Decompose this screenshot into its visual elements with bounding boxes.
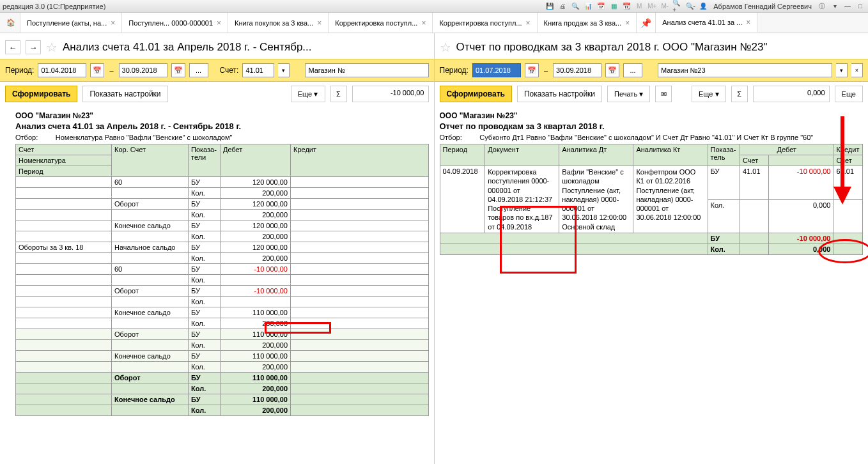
calendar-icon[interactable]: 📅 [525,63,539,77]
m-icon[interactable]: M [634,1,644,12]
table-row[interactable]: Кол.200,000 [16,340,429,351]
tab-3[interactable]: Корректировка поступл...× [329,13,433,33]
col-cor: Кор. Счет [112,144,189,177]
home-tab[interactable]: 🏠 [1,13,20,33]
close-icon[interactable]: × [526,19,531,27]
print-icon[interactable]: 🖨 [557,1,568,12]
col-account-kt: Счет [833,155,863,166]
close-icon[interactable]: × [317,19,322,27]
col-credit: Кредит [291,144,429,177]
form-button[interactable]: Сформировать [5,86,77,102]
pane-header: ☆ Отчет по проводкам за 3 квартал 2018 г… [435,33,869,59]
more-button[interactable]: Еще ▾ [692,86,726,102]
col-credit: Кредит [833,144,863,155]
table-row[interactable]: Конечное сальдоБУ110 000,00 [16,351,429,362]
total-row: Кол.200,000 [16,383,429,394]
tab-pin[interactable]: 📌 [637,13,656,33]
report-title: Анализ счета 41.01 за Апрель 2018 г. - С… [15,121,429,131]
table-row[interactable]: Кол. [16,297,429,307]
print-button[interactable]: Печать ▾ [607,86,650,102]
date-to-input[interactable] [119,63,167,77]
table-row[interactable]: 60БУ-10 000,00 [16,264,429,275]
tab-0[interactable]: Поступление (акты, на...× [20,13,122,33]
report-org: ООО "Магазин №23" [440,111,864,120]
org-input[interactable] [305,63,428,77]
report-org: ООО "Магазин №23" [15,111,429,120]
grid-icon[interactable]: ▦ [608,1,619,12]
total-row: Конечное сальдоБУ110 000,00 [16,394,429,405]
maximize-icon[interactable]: □ [855,1,865,12]
calendar-icon[interactable]: 📅 [90,63,104,77]
star-icon[interactable]: ☆ [440,40,451,55]
pane-title: Анализ счета 41.01 за Апрель 2018 г. - С… [63,41,312,54]
table-row[interactable]: Кол.200,000 [16,318,429,329]
period-picker-button[interactable]: ... [623,63,642,77]
close-icon[interactable]: × [111,19,115,27]
col-period: Период [440,144,485,166]
sigma-button[interactable]: Σ [731,86,748,102]
clear-icon[interactable]: × [851,63,863,77]
pin-icon: 📌 [640,18,651,28]
period-picker-button[interactable]: ... [189,63,208,77]
table-row[interactable]: 04.09.2018 Корректировка поступления 000… [440,166,863,200]
tab-1[interactable]: Поступлен... 0000-000001× [122,13,228,33]
close-icon[interactable]: × [217,19,221,27]
info-icon[interactable]: ⓘ [817,1,827,12]
date-to-input[interactable] [553,63,601,77]
m-plus-icon[interactable]: M+ [647,1,657,12]
zoom-in-icon[interactable]: 🔍+ [672,1,683,12]
table-row[interactable]: ОборотБУ120 000,00 [16,199,429,210]
org-input[interactable] [658,63,832,77]
more-button[interactable]: Еще ▾ [291,86,325,102]
tab-4[interactable]: Корректировка поступл...× [433,13,537,33]
more-button-2[interactable]: Еще [835,86,863,102]
dropdown-icon[interactable]: ▾ [836,63,848,77]
preview-icon[interactable]: 🔍 [570,1,580,12]
forward-button[interactable]: → [26,40,41,54]
table-row[interactable]: Кол.200,000 [16,210,429,220]
period-label: Период: [5,66,34,75]
tab-5[interactable]: Книга продаж за 3 ква...× [538,13,637,33]
dropdown-icon[interactable]: ▾ [278,63,290,77]
table-row[interactable]: ОборотБУ110 000,00 [16,329,429,340]
content-area: ← → ☆ Анализ счета 41.01 за Апрель 2018 … [0,33,868,464]
calendar-icon[interactable]: 📅 [605,63,619,77]
table-row[interactable]: Кол. [16,275,429,286]
tab-6[interactable]: Анализ счета 41.01 за ...× [656,13,757,33]
table-row[interactable]: ОборотБУ-10 000,00 [16,286,429,297]
star-icon[interactable]: ☆ [46,40,58,55]
table-row[interactable]: Конечное сальдоБУ110 000,00 [16,307,429,318]
settings-button[interactable]: Показать настройки [517,86,602,102]
table-row[interactable]: Обороты за 3 кв. 18Начальное сальдоБУ120… [16,242,429,253]
date-from-input[interactable] [38,63,86,77]
table-row[interactable]: Кол.200,000 [16,188,429,199]
close-icon[interactable]: × [421,19,426,27]
back-button[interactable]: ← [5,40,20,54]
account-input[interactable] [242,63,274,77]
calendar-icon[interactable]: 📅 [596,1,606,12]
table-row[interactable]: Кол.200,000 [16,362,429,373]
date-from-input[interactable] [472,63,521,77]
table-row[interactable]: Кол.200,000 [16,253,429,264]
dropdown-icon[interactable]: ▾ [830,1,840,12]
app-title: редакция 3.0 (1С:Предприятие) [3,3,105,10]
table-row[interactable]: 60БУ120 000,00 [16,177,429,188]
table-row[interactable]: Конечное сальдоБУ120 000,00 [16,220,429,231]
filter-line: Отбор: Номенклатура Равно "Вафли "Венски… [15,134,429,141]
date-icon[interactable]: 📆 [621,1,632,12]
minimize-icon[interactable]: — [842,1,853,12]
table-row[interactable]: Кол.200,000 [16,231,429,242]
close-icon[interactable]: × [746,18,750,27]
tab-2[interactable]: Книга покупок за 3 ква...× [228,13,329,33]
save-icon[interactable]: 💾 [545,1,555,12]
mail-icon[interactable]: ✉ [655,86,672,102]
form-button[interactable]: Сформировать [440,86,512,102]
sigma-button[interactable]: Σ [330,86,347,102]
calendar-icon[interactable]: 📅 [171,63,185,77]
close-icon[interactable]: × [625,19,630,27]
sum-display: 0,000 [753,86,830,102]
calc-icon[interactable]: 📊 [583,1,593,12]
settings-button[interactable]: Показать настройки [82,86,167,102]
m-minus-icon[interactable]: M- [660,1,670,12]
zoom-out-icon[interactable]: 🔍- [685,1,695,12]
